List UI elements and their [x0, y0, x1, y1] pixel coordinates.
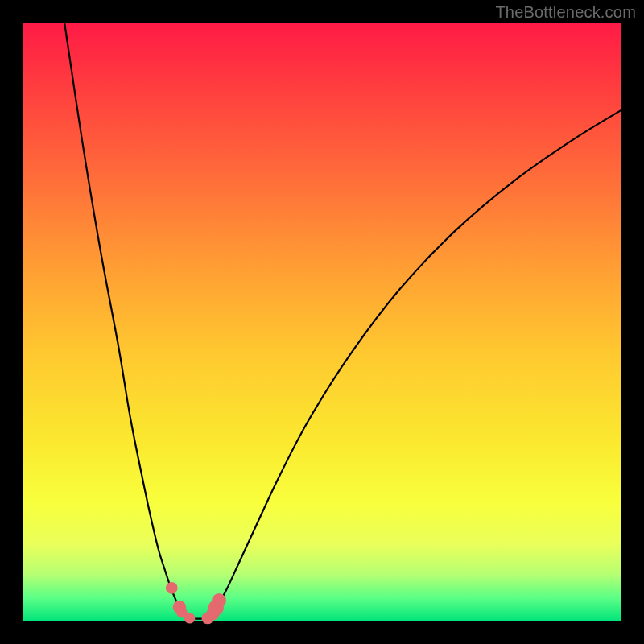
chart-area [23, 23, 621, 621]
marker-dot [184, 613, 195, 623]
marker-dot [212, 593, 226, 608]
curve-right-branch [211, 110, 621, 617]
marker-dot [166, 582, 178, 594]
watermark-text: TheBottleneck.com [495, 3, 636, 22]
bottleneck-curve-plot [23, 23, 621, 621]
curve-left-branch [64, 23, 184, 616]
marker-dots-group [166, 582, 226, 624]
